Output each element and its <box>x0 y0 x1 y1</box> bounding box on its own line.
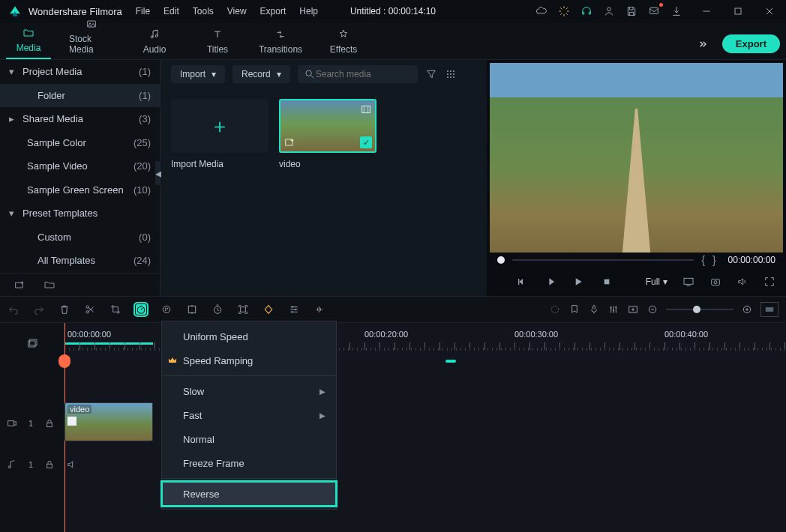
prev-frame-icon[interactable] <box>515 276 527 288</box>
sidebar-item-preset-templates[interactable]: ▾ Preset Templates <box>0 202 160 226</box>
audio-waveform-icon[interactable] <box>314 303 326 315</box>
adjust-icon[interactable] <box>288 303 300 315</box>
collapse-sidebar-icon[interactable]: ◂ <box>155 161 160 185</box>
zoom-in-icon[interactable] <box>741 303 753 315</box>
filter-icon[interactable] <box>425 68 437 80</box>
menu-tools[interactable]: Tools <box>193 6 214 16</box>
split-icon[interactable] <box>84 303 96 315</box>
color-icon[interactable] <box>160 303 172 315</box>
new-folder-plus-icon[interactable] <box>14 279 26 291</box>
import-media-tile[interactable]: ＋ Import Media <box>171 99 268 169</box>
headphones-icon[interactable] <box>580 5 592 17</box>
render-icon[interactable] <box>549 303 561 315</box>
crop-icon[interactable] <box>110 303 122 315</box>
menu-speed-ramping[interactable]: Speed Ramping <box>162 348 336 372</box>
tab-media[interactable]: Media <box>6 25 51 59</box>
cloud-icon[interactable] <box>536 5 548 17</box>
record-button[interactable]: Record▾ <box>232 65 290 83</box>
menu-uniform-speed[interactable]: Uniform Speed <box>162 324 336 348</box>
quality-select[interactable]: Full▾ <box>646 276 668 287</box>
close-icon[interactable] <box>764 5 776 17</box>
menu-reverse[interactable]: Reverse <box>162 482 336 506</box>
tab-audio[interactable]: Audio <box>132 27 177 59</box>
menu-view[interactable]: View <box>227 6 247 16</box>
tab-titles[interactable]: Titles <box>195 27 240 59</box>
menu-edit[interactable]: Edit <box>164 6 179 16</box>
video-track-header[interactable]: 1 <box>0 402 64 444</box>
search-input[interactable] <box>298 65 418 83</box>
more-tabs-icon[interactable] <box>697 38 709 50</box>
marker-icon[interactable] <box>568 303 580 315</box>
sidebar-item-custom[interactable]: Custom (0) <box>0 226 160 250</box>
sparkle-icon[interactable] <box>558 5 570 17</box>
message-icon[interactable] <box>648 5 660 17</box>
video-thumb[interactable]: ✓ <box>279 99 376 153</box>
undo-icon[interactable] <box>8 303 20 315</box>
keyframe-icon[interactable] <box>262 303 274 315</box>
duration-icon[interactable] <box>212 303 224 315</box>
folder-icon[interactable] <box>44 279 56 291</box>
speed-icon[interactable] <box>135 303 147 315</box>
green-screen-icon[interactable] <box>186 303 198 315</box>
delete-icon[interactable] <box>58 303 70 315</box>
menu-slow[interactable]: Slow▶ <box>162 379 336 403</box>
sidebar-item-sample-video[interactable]: Sample Video (20) <box>0 154 160 178</box>
account-icon[interactable] <box>603 5 615 17</box>
sidebar-item-sample-green-screen[interactable]: Sample Green Screen (10) <box>0 178 160 202</box>
audio-track-header[interactable]: 1 <box>0 444 64 485</box>
timeline-options-icon[interactable] <box>0 323 64 365</box>
menu-normal[interactable]: Normal <box>162 427 336 451</box>
lock-icon[interactable] <box>44 417 56 429</box>
save-icon[interactable] <box>626 5 638 17</box>
download-icon[interactable] <box>670 5 682 17</box>
search-field[interactable] <box>316 69 412 79</box>
stop-icon[interactable] <box>601 276 613 288</box>
voiceover-icon[interactable] <box>588 303 600 315</box>
tab-effects[interactable]: Effects <box>321 27 366 59</box>
seek-track[interactable] <box>512 259 694 261</box>
sidebar-item-sample-color[interactable]: Sample Color (25) <box>0 131 160 155</box>
playhead-handle[interactable] <box>58 354 70 368</box>
display-icon[interactable] <box>682 276 694 288</box>
grid-view-icon[interactable] <box>445 68 457 80</box>
menu-file[interactable]: File <box>136 6 150 16</box>
minimize-icon[interactable] <box>700 5 712 17</box>
add-track-icon[interactable] <box>627 303 639 315</box>
menu-help[interactable]: Help <box>299 6 318 16</box>
sidebar-item-folder[interactable]: Folder (1) <box>0 84 160 108</box>
mark-in-icon[interactable]: { <box>701 254 705 266</box>
import-media-thumb[interactable]: ＋ <box>171 99 268 153</box>
mixer-icon[interactable] <box>608 303 620 315</box>
maximize-icon[interactable] <box>732 5 744 17</box>
menu-freeze-frame[interactable]: Freeze Frame <box>162 451 336 475</box>
sidebar-item-shared-media[interactable]: ▸ Shared Media (3) <box>0 107 160 131</box>
fullscreen-icon[interactable] <box>764 276 776 288</box>
media-tile-video[interactable]: ✓ video <box>279 99 376 169</box>
menu-export[interactable]: Export <box>260 6 286 16</box>
motion-tracking-icon[interactable] <box>237 303 249 315</box>
zoom-handle[interactable] <box>693 306 700 313</box>
sidebar-item-all-templates[interactable]: All Templates (24) <box>0 249 160 273</box>
zoom-out-icon[interactable] <box>646 303 658 315</box>
sidebar-item-project-media[interactable]: ▾ Project Media (1) <box>0 60 160 84</box>
volume-icon[interactable] <box>736 276 748 288</box>
preview-video[interactable] <box>490 63 783 253</box>
menu-fast[interactable]: Fast▶ <box>162 403 336 427</box>
play-pause-icon[interactable] <box>544 276 556 288</box>
seek-handle[interactable] <box>497 256 505 264</box>
add-to-timeline-icon[interactable] <box>284 136 296 148</box>
chevron-right-icon: ▸ <box>9 113 18 124</box>
redo-icon[interactable] <box>33 303 45 315</box>
lock-icon[interactable] <box>44 459 56 471</box>
export-button[interactable]: Export <box>722 34 780 53</box>
import-button[interactable]: Import▾ <box>171 65 225 83</box>
snapshot-icon[interactable] <box>710 276 722 288</box>
mark-out-icon[interactable]: } <box>712 254 716 266</box>
zoom-slider[interactable] <box>666 309 734 310</box>
play-icon[interactable] <box>572 276 584 288</box>
timeline-clip-video[interactable]: video <box>64 402 153 441</box>
tab-stock-media[interactable]: Stock Media <box>69 16 114 59</box>
zoom-fit-icon[interactable] <box>760 302 778 317</box>
tab-label: Audio <box>143 44 166 55</box>
tab-transitions[interactable]: Transitions <box>258 27 303 59</box>
